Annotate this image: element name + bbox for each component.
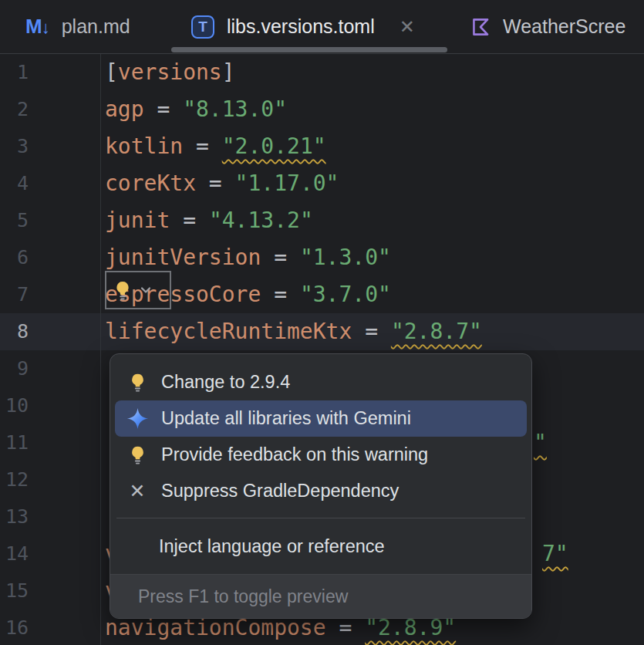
code-line[interactable]: 6 junitVersion = "1.3.0" xyxy=(0,239,644,276)
popup-footer: Press F1 to toggle preview xyxy=(110,574,531,618)
menu-item-update-with-gemini[interactable]: Update all libraries with Gemini xyxy=(115,400,527,437)
lightbulb-icon xyxy=(112,279,133,301)
markdown-icon: M↓ xyxy=(25,15,50,39)
line-number: 9 xyxy=(0,350,29,387)
tab-libs-versions-toml[interactable]: T libs.versions.toml ✕ xyxy=(171,0,447,53)
ide-window: M↓ plan.md T libs.versions.toml ✕ Weathe… xyxy=(0,0,644,645)
code-text: [versions] xyxy=(105,54,235,91)
code-text: coreKtx = "1.17.0" xyxy=(105,165,339,202)
code-text: kotlin = "2.0.21" xyxy=(105,128,326,165)
line-number: 12 xyxy=(0,461,29,498)
line-number: 11 xyxy=(0,424,29,461)
tab-label: libs.versions.toml xyxy=(227,15,375,38)
lightbulb-icon xyxy=(125,372,150,393)
code-line[interactable]: 1 [versions] xyxy=(0,54,644,91)
line-number: 14 xyxy=(0,535,29,572)
tab-label: plan.md xyxy=(62,15,130,38)
code-line[interactable]: 2 agp = "8.13.0" xyxy=(0,91,644,128)
code-text: lifecycleRuntimeKtx = "2.8.7" xyxy=(105,313,482,350)
line-number: 1 xyxy=(0,54,29,91)
line-number: 7 xyxy=(0,276,29,313)
code-line[interactable]: 3 kotlin = "2.0.21" xyxy=(0,128,644,165)
toml-file-icon: T xyxy=(191,15,214,39)
line-number: 10 xyxy=(0,387,29,424)
code-text: agp = "8.13.0" xyxy=(105,91,287,128)
menu-item-suppress[interactable]: ✕ Suppress GradleDependency xyxy=(115,473,527,509)
gutter-separator xyxy=(100,54,101,645)
intention-popup-items: Change to 2.9.4 xyxy=(110,354,531,565)
line-number: 13 xyxy=(0,498,29,535)
menu-item-inject-language[interactable]: Inject language or reference xyxy=(115,528,527,565)
close-tab-icon[interactable]: ✕ xyxy=(400,18,415,36)
code-line[interactable]: 5 junit = "4.13.2" xyxy=(0,202,644,239)
menu-item-label: Change to 2.9.4 xyxy=(161,372,290,393)
line-number: 2 xyxy=(0,91,29,128)
code-line-current[interactable]: 8 lifecycleRuntimeKtx = "2.8.7" xyxy=(0,313,644,350)
menu-item-label: Update all libraries with Gemini xyxy=(161,408,411,429)
menu-divider xyxy=(116,518,525,518)
menu-item-provide-feedback[interactable]: Provide feedback on this warning xyxy=(115,437,527,473)
line-number: 3 xyxy=(0,128,29,165)
line-number: 15 xyxy=(0,572,29,610)
intention-lightbulb-box[interactable] xyxy=(105,271,171,309)
tab-weatherscreen-kt[interactable]: WeatherScree xyxy=(463,0,644,53)
editor-tab-bar: M↓ plan.md T libs.versions.toml ✕ Weathe… xyxy=(0,0,644,54)
line-number: 8 xyxy=(0,313,29,350)
lightbulb-icon xyxy=(125,444,150,465)
code-editor: 1 [versions] 2 agp = "8.13.0" 3 kotlin =… xyxy=(0,54,644,645)
line-number: 6 xyxy=(0,239,29,276)
code-text-fragment: " xyxy=(534,424,547,461)
menu-item-label: Inject language or reference xyxy=(159,536,385,557)
code-line[interactable]: 7 espressoCore = "3.7.0" xyxy=(0,276,644,313)
menu-item-label: Suppress GradleDependency xyxy=(161,481,399,501)
line-number: 4 xyxy=(0,165,29,202)
active-tab-underline xyxy=(171,47,447,52)
code-text-fragment: 7" xyxy=(542,535,568,572)
code-line[interactable]: 4 coreKtx = "1.17.0" xyxy=(0,165,644,202)
menu-item-label: Provide feedback on this warning xyxy=(161,444,428,465)
menu-item-change-version[interactable]: Change to 2.9.4 xyxy=(115,364,527,400)
tab-label: WeatherScree xyxy=(503,15,625,38)
popup-footer-hint: Press F1 to toggle preview xyxy=(138,586,348,607)
kotlin-file-icon xyxy=(469,15,492,39)
tab-plan-md[interactable]: M↓ plan.md xyxy=(0,0,154,53)
chevron-down-icon xyxy=(138,282,153,298)
line-number: 16 xyxy=(0,610,29,645)
suppress-icon: ✕ xyxy=(125,481,150,501)
line-number: 5 xyxy=(0,202,29,239)
intention-popup: Change to 2.9.4 xyxy=(110,353,532,619)
gemini-icon xyxy=(125,407,150,431)
code-text: junit = "4.13.2" xyxy=(105,202,313,239)
